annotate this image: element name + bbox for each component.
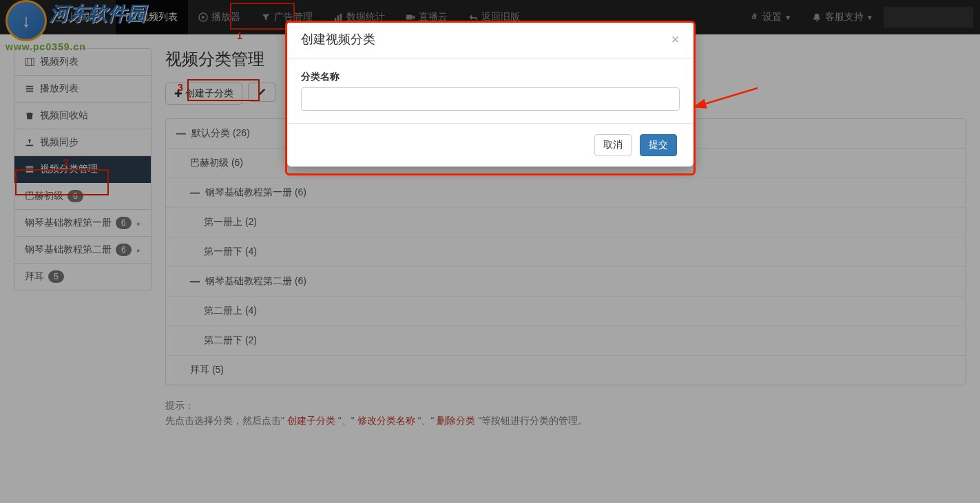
modal-close-button[interactable]: × (671, 32, 680, 47)
cancel-button[interactable]: 取消 (594, 134, 632, 156)
modal-title: 创建视频分类 (301, 31, 375, 47)
field-label: 分类名称 (301, 71, 680, 83)
category-name-input[interactable] (301, 87, 680, 111)
submit-button[interactable]: 提交 (640, 134, 677, 156)
close-icon: × (671, 32, 680, 47)
create-category-modal: 创建视频分类 × 分类名称 取消 提交 (287, 21, 694, 167)
